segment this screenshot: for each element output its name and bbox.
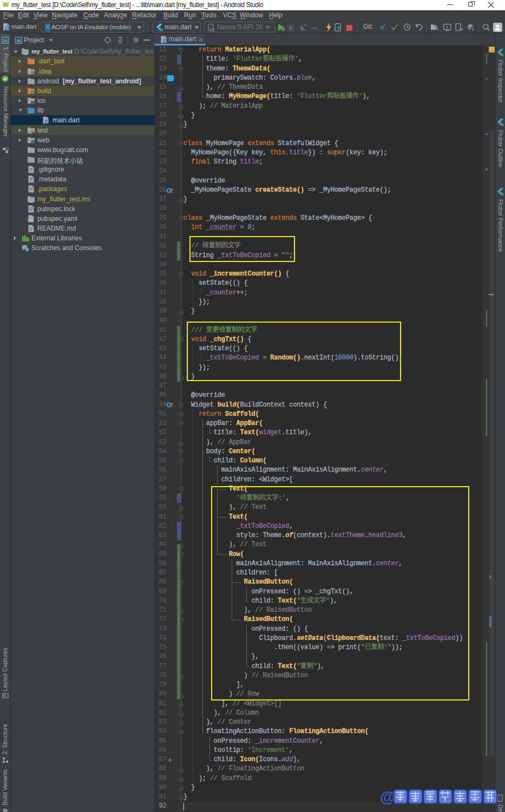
- svg-text:@: @: [380, 788, 395, 806]
- svg-text:YML: YML: [28, 219, 34, 222]
